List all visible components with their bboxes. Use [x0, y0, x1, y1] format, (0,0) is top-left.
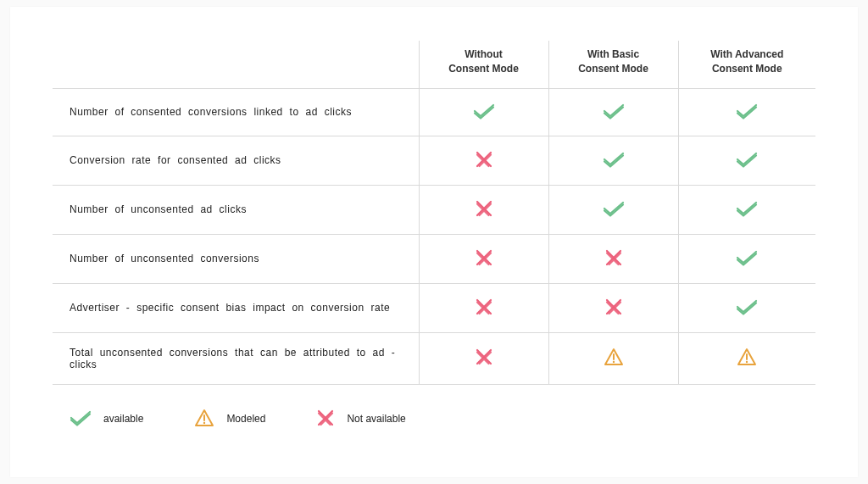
cross-icon — [604, 248, 623, 270]
status-cell — [419, 185, 548, 234]
svg-point-3 — [746, 361, 748, 363]
check-icon — [736, 200, 758, 220]
legend: available Modeled Not available — [53, 409, 815, 430]
col-header-line2: Consent Mode — [578, 63, 648, 75]
warning-icon — [194, 409, 214, 430]
status-cell — [678, 234, 815, 283]
status-cell — [419, 234, 548, 283]
cross-icon — [475, 199, 493, 220]
status-cell — [419, 88, 548, 136]
row-label: Number of consented conversions linked t… — [53, 88, 419, 136]
check-icon — [473, 103, 495, 122]
col-header-line2: Consent Mode — [448, 63, 519, 75]
row-label: Total unconsented conversions that can b… — [53, 332, 419, 384]
status-cell — [678, 283, 815, 332]
status-cell — [548, 234, 678, 283]
cross-icon — [475, 150, 493, 171]
status-cell — [548, 332, 678, 384]
status-cell — [678, 185, 815, 234]
svg-point-5 — [203, 421, 205, 423]
table-row: Advertiser - specific consent bias impac… — [53, 283, 815, 332]
status-cell — [678, 136, 815, 185]
check-icon — [603, 103, 625, 122]
row-label: Advertiser - specific consent bias impac… — [53, 283, 419, 332]
col-header-3: With Advanced Consent Mode — [678, 41, 815, 88]
status-cell — [678, 88, 815, 136]
legend-modeled: Modeled — [194, 409, 265, 430]
check-icon — [70, 409, 92, 429]
status-cell — [419, 283, 548, 332]
svg-point-1 — [612, 361, 614, 363]
col-header-line1: Without — [465, 48, 503, 60]
check-icon — [736, 298, 758, 318]
row-label: Number of unconsented conversions — [53, 234, 419, 283]
table-row: Number of consented conversions linked t… — [53, 88, 815, 136]
table-row: Total unconsented conversions that can b… — [53, 332, 815, 384]
check-icon — [603, 200, 625, 220]
table-row: Conversion rate for consented ad clicks — [53, 136, 815, 185]
check-icon — [603, 151, 625, 170]
check-icon — [736, 249, 758, 269]
warning-icon — [604, 348, 624, 369]
cross-icon — [475, 348, 493, 369]
warning-icon — [737, 348, 757, 369]
status-cell — [419, 136, 548, 185]
cross-icon — [604, 298, 623, 319]
row-label: Conversion rate for consented ad clicks — [53, 136, 419, 185]
status-cell — [548, 283, 678, 332]
table-row: Number of unconsented conversions — [53, 234, 815, 283]
status-cell — [419, 332, 548, 384]
comparison-table-card: Without Consent Mode With Basic Consent … — [10, 7, 858, 477]
table-header-row: Without Consent Mode With Basic Consent … — [53, 41, 815, 88]
status-cell — [678, 332, 815, 384]
legend-label: available — [103, 413, 143, 425]
col-header-line1: With Advanced — [710, 48, 783, 60]
legend-label: Not available — [347, 413, 405, 425]
col-header-line1: With Basic — [587, 48, 639, 60]
col-header-line2: Consent Mode — [712, 63, 782, 75]
status-cell — [548, 88, 678, 136]
legend-not-available: Not available — [316, 409, 405, 430]
col-header-1: Without Consent Mode — [419, 41, 548, 88]
table-row: Number of unconsented ad clicks — [53, 185, 815, 234]
check-icon — [736, 151, 758, 170]
status-cell — [548, 136, 678, 185]
row-label: Number of unconsented ad clicks — [53, 185, 419, 234]
table-header-empty — [53, 41, 419, 88]
check-icon — [736, 103, 758, 122]
cross-icon — [316, 409, 335, 430]
legend-available: available — [70, 409, 143, 429]
legend-label: Modeled — [226, 413, 265, 425]
cross-icon — [475, 248, 493, 270]
cross-icon — [475, 298, 493, 319]
comparison-table: Without Consent Mode With Basic Consent … — [53, 41, 815, 385]
col-header-2: With Basic Consent Mode — [548, 41, 678, 88]
status-cell — [548, 185, 678, 234]
